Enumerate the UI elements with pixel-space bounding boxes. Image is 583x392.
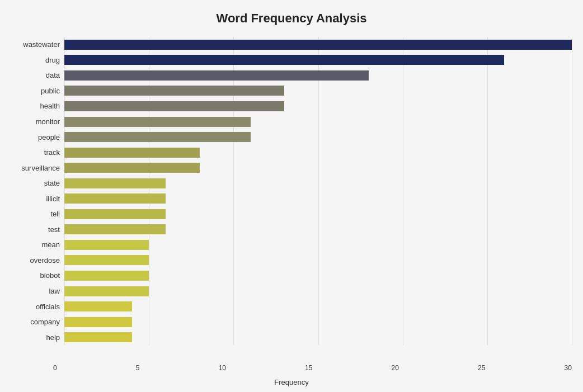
bar xyxy=(64,55,504,65)
bar xyxy=(64,40,572,50)
y-label: tell xyxy=(50,210,60,218)
chart-area: wastewaterdrugdatapublichealthmonitorpeo… xyxy=(11,37,572,345)
bar-row xyxy=(64,162,572,174)
bar-row xyxy=(64,254,572,266)
bar xyxy=(64,178,166,188)
bar xyxy=(64,132,251,142)
x-tick: 0 xyxy=(53,364,57,372)
x-tick: 30 xyxy=(565,364,572,372)
x-tick: 10 xyxy=(219,364,226,372)
bar xyxy=(64,255,149,265)
x-axis: 051015202530 xyxy=(53,364,572,372)
bar-row xyxy=(64,54,572,66)
bar-row xyxy=(64,285,572,297)
bar-row xyxy=(64,131,572,143)
x-tick: 5 xyxy=(136,364,140,372)
y-label: test xyxy=(48,226,60,233)
y-label: data xyxy=(46,72,60,79)
bar xyxy=(64,117,251,127)
y-label: wastewater xyxy=(23,41,60,48)
y-label: overdose xyxy=(30,257,60,264)
bar xyxy=(64,301,132,311)
bar-row xyxy=(64,39,572,51)
x-tick: 15 xyxy=(305,364,312,372)
bar xyxy=(64,286,149,296)
chart-container: Word Frequency Analysis wastewaterdrugda… xyxy=(0,0,583,392)
y-label: people xyxy=(38,134,60,141)
bars-and-grid xyxy=(64,37,572,345)
bar xyxy=(64,86,284,96)
bar xyxy=(64,332,132,342)
y-label: help xyxy=(46,334,60,341)
y-label: surveillance xyxy=(21,164,60,172)
bar-row xyxy=(64,331,572,343)
bar-row xyxy=(64,208,572,220)
bar-row xyxy=(64,116,572,128)
bar xyxy=(64,317,132,327)
grid-line xyxy=(572,37,572,345)
bar xyxy=(64,101,284,111)
bar-row xyxy=(64,69,572,82)
y-labels: wastewaterdrugdatapublichealthmonitorpeo… xyxy=(11,37,64,345)
y-label: biobot xyxy=(40,272,60,279)
y-label: law xyxy=(49,287,60,295)
y-label: mean xyxy=(41,241,60,248)
x-axis-label: Frequency xyxy=(274,378,308,386)
bar xyxy=(64,163,200,173)
y-label: health xyxy=(40,102,60,110)
bar xyxy=(64,240,149,250)
y-label: company xyxy=(30,318,60,325)
bar xyxy=(64,224,166,234)
bar xyxy=(64,271,149,281)
y-label: track xyxy=(44,149,60,156)
y-label: officials xyxy=(36,303,60,310)
bar-row xyxy=(64,270,572,282)
bar xyxy=(64,193,166,204)
bar xyxy=(64,209,166,219)
bar-row xyxy=(64,84,572,97)
bar xyxy=(64,148,200,158)
y-label: illicit xyxy=(46,195,60,202)
y-label: public xyxy=(41,87,60,95)
bar-row xyxy=(64,100,572,112)
x-tick: 25 xyxy=(478,364,485,372)
bar-row xyxy=(64,223,572,235)
bar-row xyxy=(64,177,572,190)
bar-row xyxy=(64,192,572,205)
bar-row xyxy=(64,239,572,251)
y-label: monitor xyxy=(36,118,60,125)
bar-row xyxy=(64,316,572,328)
bar-row xyxy=(64,300,572,313)
chart-title: Word Frequency Analysis xyxy=(11,11,572,26)
bar-row xyxy=(64,147,572,159)
bar xyxy=(64,70,369,81)
x-tick: 20 xyxy=(392,364,399,372)
y-label: state xyxy=(44,180,60,187)
y-label: drug xyxy=(45,56,60,64)
